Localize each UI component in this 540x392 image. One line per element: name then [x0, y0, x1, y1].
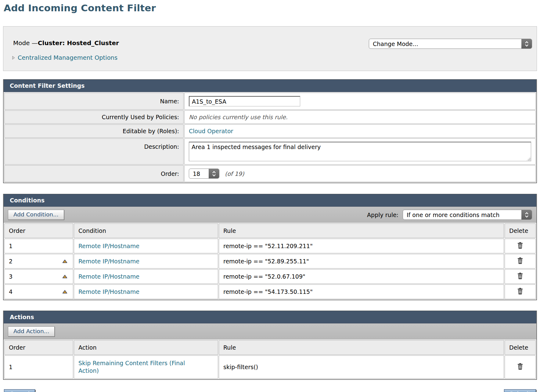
page-title: Add Incoming Content Filter: [4, 2, 537, 13]
table-header-row: Order Action Rule Delete: [4, 340, 536, 355]
content-filter-settings-panel: Content Filter Settings Name: Currently …: [3, 79, 537, 183]
actions-toolbar: Add Action...: [4, 323, 536, 340]
expand-triangle-icon: [12, 56, 15, 60]
order-of-note: (of 19): [225, 170, 244, 177]
delete-button[interactable]: [517, 242, 523, 249]
condition-rule: remote-ip == "52.0.67.109": [219, 269, 504, 284]
select-stepper-icon: [521, 39, 532, 48]
settings-panel-title: Content Filter Settings: [4, 80, 536, 92]
submit-button[interactable]: Submit: [504, 389, 536, 392]
condition-order: 3: [9, 273, 13, 280]
move-up-icon[interactable]: [62, 290, 67, 294]
condition-rule: remote-ip == "52.11.209.211": [219, 239, 504, 253]
apply-rule-label: Apply rule:: [367, 212, 398, 218]
col-header-condition: Condition: [74, 223, 218, 238]
move-up-icon[interactable]: [62, 259, 67, 263]
mode-label: Mode —: [13, 39, 38, 47]
delete-button[interactable]: [517, 273, 523, 279]
select-stepper-icon: [209, 169, 219, 178]
actions-panel: Actions Add Action... Order Action Rule …: [3, 311, 537, 380]
table-row: Name:: [4, 93, 536, 110]
condition-order: 4: [9, 288, 13, 295]
action-order: 1: [9, 364, 13, 370]
description-label: Description:: [4, 138, 184, 165]
conditions-panel-title: Conditions: [4, 194, 536, 207]
centralized-management-options-link: Centralized Management Options: [18, 54, 117, 61]
name-label: Name:: [4, 93, 184, 110]
delete-button[interactable]: [517, 288, 523, 294]
condition-link[interactable]: Remote IP/Hostname: [78, 288, 139, 295]
col-header-delete: Delete: [505, 223, 536, 238]
apply-rule-select-value: If one or more conditions match: [403, 210, 521, 219]
col-header-delete: Delete: [505, 340, 536, 355]
order-select-value: 18: [189, 169, 209, 178]
condition-link[interactable]: Remote IP/Hostname: [78, 243, 139, 249]
add-action-button[interactable]: Add Action...: [8, 326, 55, 337]
action-rule: skip-filters(): [219, 355, 504, 379]
filter-name-input[interactable]: [189, 96, 300, 106]
condition-order: 2: [9, 258, 13, 265]
table-row: 1 Remote IP/Hostname remote-ip == "52.11…: [4, 239, 536, 253]
col-header-rule: Rule: [219, 223, 504, 238]
table-row: Editable by (Roles): Cloud Operator: [4, 124, 536, 138]
conditions-table: Order Condition Rule Delete 1 Remote IP/…: [4, 223, 536, 300]
editable-roles-label: Editable by (Roles):: [4, 124, 184, 138]
mode-value: Cluster: Hosted_Cluster: [38, 39, 119, 47]
change-mode-select[interactable]: Change Mode...: [369, 39, 532, 49]
delete-button[interactable]: [517, 363, 523, 370]
col-header-order: Order: [4, 223, 73, 238]
apply-rule-select[interactable]: If one or more conditions match: [403, 210, 532, 220]
centralized-management-options-toggle[interactable]: Centralized Management Options: [12, 54, 117, 61]
table-row: Order: 18 (of 19): [4, 165, 536, 182]
change-mode-select-value: Change Mode...: [369, 39, 521, 48]
order-select[interactable]: 18: [189, 169, 219, 179]
table-row: 1 Skip Remaining Content Filters (Final …: [4, 355, 536, 379]
actions-panel-title: Actions: [4, 311, 536, 323]
trash-icon: [517, 257, 523, 264]
conditions-panel: Conditions Add Condition... Apply rule: …: [3, 194, 537, 300]
action-link[interactable]: Skip Remaining Content Filters (Final Ac…: [78, 359, 197, 375]
table-row: 2 Remote IP/Hostname remote-ip == "52.89…: [4, 254, 536, 269]
settings-table: Name: Currently Used by Policies: No pol…: [4, 92, 536, 183]
condition-link[interactable]: Remote IP/Hostname: [78, 273, 139, 280]
move-up-icon[interactable]: [62, 275, 67, 279]
condition-link[interactable]: Remote IP/Hostname: [78, 258, 139, 265]
table-row: Currently Used by Policies: No policies …: [4, 110, 536, 124]
trash-icon: [517, 242, 523, 249]
policies-value: No policies currently use this rule.: [184, 110, 536, 124]
policies-label: Currently Used by Policies:: [4, 110, 184, 124]
table-row: Description: Area 1 inspected messages f…: [4, 138, 536, 165]
trash-icon: [517, 273, 523, 279]
trash-icon: [517, 363, 523, 370]
delete-button[interactable]: [517, 257, 523, 264]
col-header-action: Action: [74, 340, 218, 355]
actions-table: Order Action Rule Delete 1 Skip Remainin…: [4, 340, 536, 379]
cancel-button[interactable]: Cancel: [4, 389, 35, 392]
table-row: 3 Remote IP/Hostname remote-ip == "52.0.…: [4, 269, 536, 284]
condition-rule: remote-ip == "52.89.255.11": [219, 254, 504, 269]
add-condition-button[interactable]: Add Condition...: [8, 210, 64, 220]
order-label: Order:: [4, 165, 184, 182]
select-stepper-icon: [521, 210, 532, 219]
footer-actions: Cancel Submit: [3, 389, 537, 392]
condition-order: 1: [9, 243, 13, 249]
conditions-toolbar: Add Condition... Apply rule: If one or m…: [4, 207, 536, 223]
description-textarea[interactable]: Area 1 inspected messages for final deli…: [189, 142, 531, 161]
table-row: 4 Remote IP/Hostname remote-ip == "54.17…: [4, 284, 536, 299]
col-header-order: Order: [4, 340, 73, 355]
condition-rule: remote-ip == "54.173.50.115": [219, 284, 504, 299]
editable-roles-link[interactable]: Cloud Operator: [189, 128, 233, 134]
mode-panel: Mode —Cluster: Hosted_Cluster Change Mod…: [3, 26, 537, 71]
trash-icon: [517, 288, 523, 294]
table-header-row: Order Condition Rule Delete: [4, 223, 536, 238]
col-header-rule: Rule: [219, 340, 504, 355]
